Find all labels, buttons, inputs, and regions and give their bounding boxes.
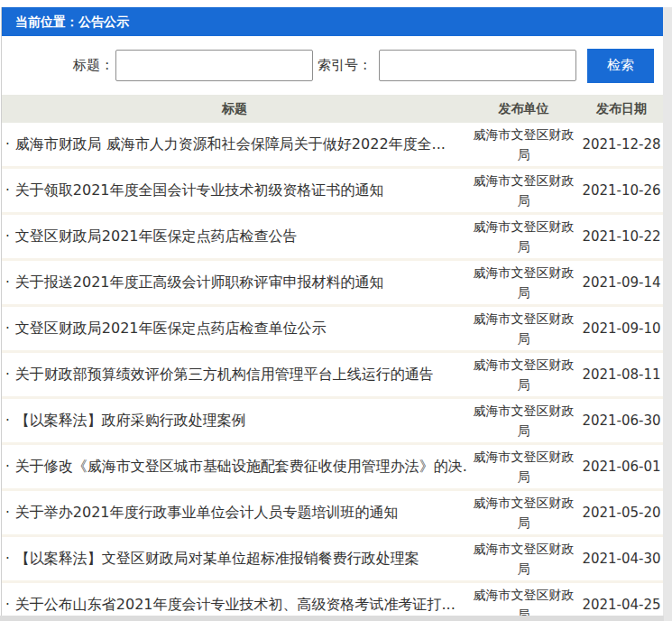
index-number-label: 索引号：	[318, 57, 372, 74]
bullet-icon: ·	[5, 274, 10, 291]
table-row: · 关于报送2021年度正高级会计师职称评审申报材料的通知 威海市文登区财政局 …	[2, 261, 663, 307]
title-search-input[interactable]	[115, 50, 313, 81]
announcement-title-link[interactable]: 威海市财政局 威海市人力资源和社会保障局关于做好2022年度全...	[15, 135, 446, 154]
publish-unit: 威海市文登区财政局	[467, 399, 580, 442]
table-row: · 【以案释法】政府采购行政处理案例 威海市文登区财政局 2021-06-30	[2, 399, 663, 445]
publish-date: 2021-10-22	[580, 228, 663, 245]
column-header-title: 标题	[2, 101, 467, 117]
bullet-icon: ·	[5, 597, 10, 613]
publish-date: 2021-12-28	[580, 136, 663, 153]
right-gutter	[663, 7, 672, 621]
publish-date: 2021-06-30	[580, 412, 663, 429]
title-cell: · 关于报送2021年度正高级会计师职称评审申报材料的通知	[2, 273, 467, 292]
announcement-page: 当前位置：公告公示 标题： 索引号： 检索 标题 发布单位 发布日期 · 威海市…	[0, 0, 672, 621]
table-row: · 威海市财政局 威海市人力资源和社会保障局关于做好2022年度全... 威海市…	[2, 123, 663, 169]
publish-unit: 威海市文登区财政局	[467, 261, 580, 304]
title-cell: · 关于举办2021年度行政事业单位会计人员专题培训班的通知	[2, 504, 467, 523]
publish-unit: 威海市文登区财政局	[467, 445, 580, 488]
publish-unit: 威海市文登区财政局	[467, 123, 580, 166]
search-bar: 标题： 索引号： 检索	[2, 36, 663, 95]
announcement-title-link[interactable]: 【以案释法】文登区财政局对某单位超标准报销餐费行政处理案	[15, 550, 419, 569]
announcement-title-link[interactable]: 文登区财政局2021年医保定点药店检查公告	[15, 227, 298, 246]
title-cell: · 关于修改《威海市文登区城市基础设施配套费征收使用管理办法》的决...	[2, 458, 467, 477]
publish-date: 2021-09-10	[580, 320, 663, 337]
publish-date: 2021-05-20	[580, 505, 663, 521]
table-row: · 关于修改《威海市文登区城市基础设施配套费征收使用管理办法》的决... 威海市…	[2, 445, 663, 491]
announcement-title-link[interactable]: 关于公布山东省2021年度会计专业技术初、高级资格考试准考证打...	[15, 596, 456, 615]
table-row: · 文登区财政局2021年医保定点药店检查公告 威海市文登区财政局 2021-1…	[2, 215, 663, 261]
index-number-input[interactable]	[379, 50, 576, 81]
publish-date: 2021-06-01	[580, 459, 663, 475]
bullet-icon: ·	[5, 505, 10, 521]
search-button[interactable]: 检索	[587, 49, 654, 83]
publish-unit: 威海市文登区财政局	[467, 169, 580, 212]
breadcrumb: 当前位置：公告公示	[2, 7, 663, 36]
publish-date: 2021-10-26	[580, 182, 663, 199]
content-area: 当前位置：公告公示 标题： 索引号： 检索 标题 发布单位 发布日期 · 威海市…	[2, 7, 663, 621]
announcement-title-link[interactable]: 关于领取2021年度全国会计专业技术初级资格证书的通知	[15, 181, 384, 200]
announcement-title-link[interactable]: 关于修改《威海市文登区城市基础设施配套费征收使用管理办法》的决...	[15, 458, 467, 477]
publish-unit: 威海市文登区财政局	[467, 215, 580, 258]
table-row: · 关于举办2021年度行政事业单位会计人员专题培训班的通知 威海市文登区财政局…	[2, 491, 663, 537]
title-cell: · 关于公布山东省2021年度会计专业技术初、高级资格考试准考证打...	[2, 596, 467, 615]
publish-unit: 威海市文登区财政局	[467, 537, 580, 580]
publish-date: 2021-09-14	[580, 274, 663, 291]
announcement-title-link[interactable]: 关于报送2021年度正高级会计师职称评审申报材料的通知	[15, 273, 384, 292]
publish-unit: 威海市文登区财政局	[467, 307, 580, 350]
bullet-icon: ·	[5, 320, 10, 337]
title-search-label: 标题：	[73, 57, 114, 74]
title-cell: · 文登区财政局2021年医保定点药店检查公告	[2, 227, 467, 246]
table-row: · 文登区财政局2021年医保定点药店检查单位公示 威海市文登区财政局 2021…	[2, 307, 663, 353]
bullet-icon: ·	[5, 459, 10, 475]
title-cell: · 关于财政部预算绩效评价第三方机构信用管理平台上线运行的通告	[2, 366, 467, 385]
title-cell: · 文登区财政局2021年医保定点药店检查单位公示	[2, 320, 467, 338]
publish-date: 2021-04-25	[580, 597, 663, 613]
title-cell: · 关于领取2021年度全国会计专业技术初级资格证书的通知	[2, 181, 467, 200]
announcement-title-link[interactable]: 文登区财政局2021年医保定点药店检查单位公示	[15, 320, 327, 338]
announcement-table: 标题 发布单位 发布日期 · 威海市财政局 威海市人力资源和社会保障局关于做好2…	[2, 95, 663, 621]
title-cell: · 【以案释法】文登区财政局对某单位超标准报销餐费行政处理案	[2, 550, 467, 569]
column-header-date: 发布日期	[580, 101, 663, 117]
announcement-title-link[interactable]: 关于财政部预算绩效评价第三方机构信用管理平台上线运行的通告	[15, 366, 434, 385]
publish-unit: 威海市文登区财政局	[467, 491, 580, 534]
bottom-gutter	[0, 616, 664, 621]
announcement-title-link[interactable]: 【以案释法】政府采购行政处理案例	[15, 412, 246, 431]
table-row: · 【以案释法】文登区财政局对某单位超标准报销餐费行政处理案 威海市文登区财政局…	[2, 537, 663, 583]
publish-unit: 威海市文登区财政局	[467, 353, 580, 396]
column-header-unit: 发布单位	[467, 101, 580, 117]
table-row: · 关于财政部预算绩效评价第三方机构信用管理平台上线运行的通告 威海市文登区财政…	[2, 353, 663, 399]
table-body: · 威海市财政局 威海市人力资源和社会保障局关于做好2022年度全... 威海市…	[2, 123, 663, 621]
breadcrumb-label: 当前位置：公告公示	[15, 14, 129, 29]
publish-date: 2021-04-30	[580, 551, 663, 567]
bullet-icon: ·	[5, 228, 10, 245]
title-cell: · 威海市财政局 威海市人力资源和社会保障局关于做好2022年度全...	[2, 135, 467, 154]
bullet-icon: ·	[5, 366, 10, 383]
publish-date: 2021-08-11	[580, 366, 663, 383]
table-header-row: 标题 发布单位 发布日期	[2, 95, 663, 123]
table-row: · 关于领取2021年度全国会计专业技术初级资格证书的通知 威海市文登区财政局 …	[2, 169, 663, 215]
bullet-icon: ·	[5, 136, 10, 153]
bullet-icon: ·	[5, 551, 10, 567]
bullet-icon: ·	[5, 182, 10, 199]
bullet-icon: ·	[5, 412, 10, 429]
announcement-title-link[interactable]: 关于举办2021年度行政事业单位会计人员专题培训班的通知	[15, 504, 399, 523]
title-cell: · 【以案释法】政府采购行政处理案例	[2, 412, 467, 431]
